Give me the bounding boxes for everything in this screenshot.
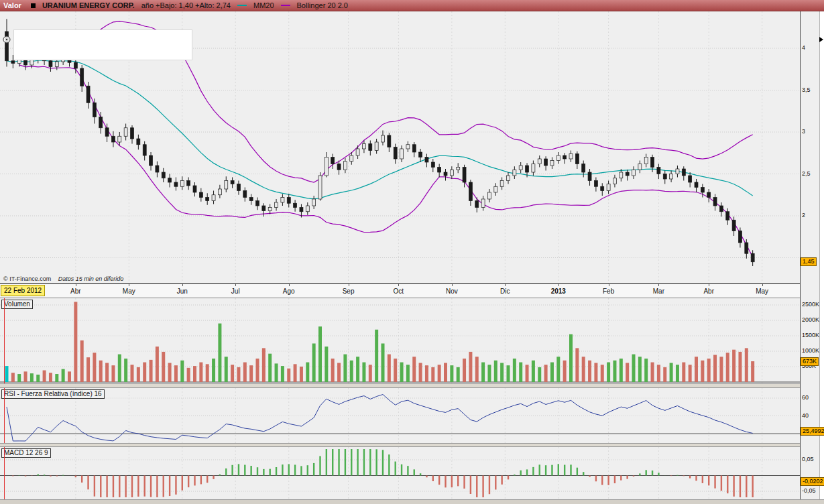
cursor-date-box: 22 Feb 2012 xyxy=(1,285,45,296)
date-axis-tick xyxy=(235,284,236,286)
date-axis-tick xyxy=(658,284,659,286)
date-axis-month-label: Jun xyxy=(177,288,188,295)
macd-panel-label[interactable]: MACD 12 26 9 xyxy=(1,448,51,458)
axis-tick-label: 0,05 xyxy=(802,456,814,462)
macd-chart[interactable] xyxy=(0,447,800,499)
price-panel[interactable]: © IT-Finance.com Datos 15 min en diferid… xyxy=(0,11,800,284)
date-axis-tick xyxy=(558,284,559,286)
axis-tick-label: 2500K xyxy=(802,301,819,308)
axis-tick-label: 3,5 xyxy=(802,86,811,93)
last-price-box: 1,45 xyxy=(801,257,817,266)
date-axis-month-label: Abr xyxy=(70,288,81,295)
mm20-indicator-label[interactable]: MM20 xyxy=(253,1,274,9)
panel-splitter[interactable] xyxy=(0,383,824,388)
macd-panel[interactable]: MACD 12 26 9 xyxy=(0,447,800,499)
last-macd-box: -0,0202 xyxy=(801,477,824,486)
last-rsi-box: 25,4992 xyxy=(801,427,824,436)
axis-tick-label: 2000K xyxy=(802,316,819,323)
date-cursor-line xyxy=(4,447,5,499)
value-axis-column[interactable] xyxy=(800,11,820,499)
date-axis-tick xyxy=(398,284,399,286)
axis-tick-label: -0,05 xyxy=(802,487,816,494)
date-axis-month-label: May xyxy=(123,288,135,295)
date-cursor-line xyxy=(4,298,5,383)
date-axis-tick xyxy=(182,284,183,286)
axis-tick-label: 1000K xyxy=(802,347,819,354)
watermark: © IT-Finance.com Datos 15 min en diferid… xyxy=(3,275,123,282)
axis-tick-label: 2,5 xyxy=(802,170,811,177)
rsi-chart[interactable] xyxy=(0,388,800,443)
copyright-text: © IT-Finance.com xyxy=(3,275,51,282)
date-axis-tick xyxy=(289,284,290,286)
bollinger-indicator-label[interactable]: Bollinger 20 2.0 xyxy=(297,1,348,9)
date-axis-month-label: Mar xyxy=(653,288,664,295)
axis-tick-label: 4 xyxy=(802,44,805,51)
bollinger-color-swatch xyxy=(281,5,290,6)
bottom-window-strip xyxy=(0,499,824,504)
date-axis-month-label: Dic xyxy=(500,288,510,295)
header-bar: Valor URANIUM ENERGY CORP. año +Bajo: 1,… xyxy=(0,0,824,11)
date-axis-month-label: Oct xyxy=(394,288,404,295)
date-axis-tick xyxy=(609,284,609,286)
date-axis-tick xyxy=(76,284,76,286)
rsi-panel[interactable]: RSI - Fuerza Relativa (índice) 16 xyxy=(0,388,800,443)
last-volume-box: 673K xyxy=(801,357,819,366)
axis-tick-label: 3 xyxy=(802,128,805,135)
date-axis[interactable]: AbrMayJunJulAgoSepOctNovDic2013FebMarAbr… xyxy=(0,284,800,298)
date-axis-month-label: Nov xyxy=(446,288,458,295)
axis-tick-label: 60 xyxy=(802,394,809,401)
date-axis-month-label: Feb xyxy=(603,288,614,295)
volume-panel[interactable]: Volumen xyxy=(0,298,800,383)
axis-tick-label: 2 xyxy=(802,212,805,218)
instrument-color-swatch xyxy=(31,3,36,8)
chart-application-window: Valor URANIUM ENERGY CORP. año +Bajo: 1,… xyxy=(0,0,824,504)
axis-tick-label: 1500K xyxy=(802,332,819,338)
volume-panel-label[interactable]: Volumen xyxy=(1,300,33,309)
year-range-info: año +Bajo: 1,40 +Alto: 2,74 xyxy=(141,1,231,9)
delay-note: Datos 15 min en diferido xyxy=(58,275,124,282)
date-axis-month-label: Abr xyxy=(703,288,714,295)
axis-tick-label: 40 xyxy=(802,412,809,419)
instrument-name[interactable]: URANIUM ENERGY CORP. xyxy=(42,1,135,9)
rsi-panel-label[interactable]: RSI - Fuerza Relativa (índice) 16 xyxy=(1,389,105,399)
date-axis-month-label: 2013 xyxy=(551,288,566,295)
date-axis-tick xyxy=(709,284,709,286)
date-axis-month-label: Sep xyxy=(343,288,355,295)
date-axis-tick xyxy=(452,284,453,286)
date-cursor-line xyxy=(4,388,5,443)
date-axis-tick xyxy=(762,284,763,286)
date-axis-month-label: Ago xyxy=(283,288,295,295)
mm20-color-swatch xyxy=(237,5,247,6)
date-axis-tick xyxy=(505,284,506,286)
collapse-arrow-icon[interactable] xyxy=(819,37,823,42)
tooltip-overlay xyxy=(13,29,192,60)
date-axis-tick xyxy=(349,284,349,286)
date-axis-tick xyxy=(129,284,129,286)
date-axis-month-label: Jul xyxy=(231,288,240,295)
panel-title: Valor xyxy=(3,1,21,9)
right-edge-strip xyxy=(819,11,824,499)
date-axis-month-label: May xyxy=(756,288,768,295)
volume-chart[interactable] xyxy=(0,298,800,383)
